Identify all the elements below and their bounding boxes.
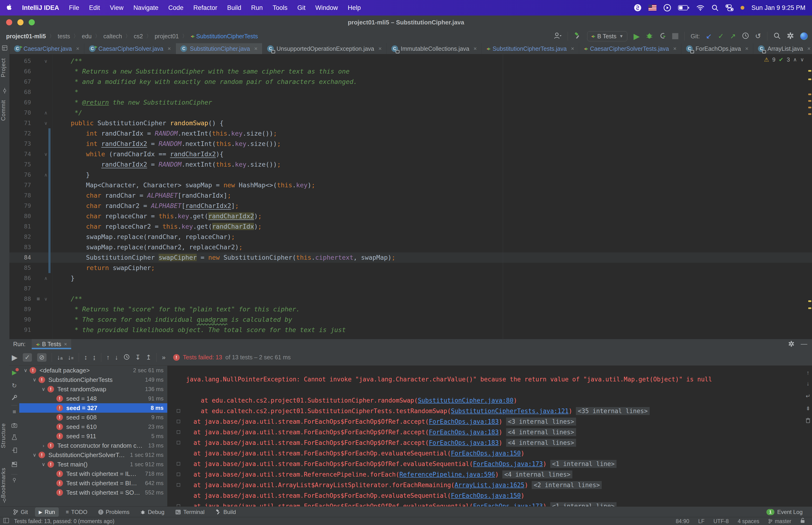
apple-menu-icon[interactable] <box>6 4 12 12</box>
internal-lines-fold[interactable]: <3 internal lines> <box>506 418 576 425</box>
shazam-icon[interactable] <box>634 4 641 12</box>
stack-trace-link[interactable]: ForEachOps.java:183 <box>429 439 499 446</box>
wifi-icon[interactable] <box>696 5 704 11</box>
run-with-coverage-button[interactable] <box>659 32 666 40</box>
expand-all-icon[interactable]: ↕ <box>84 354 88 361</box>
toolwindow-run[interactable]: ▶ Run <box>35 507 59 517</box>
test-tree-row[interactable]: !seed = 3278 ms <box>19 403 167 412</box>
fold-marker-icon[interactable]: ∨ <box>42 149 49 159</box>
stack-trace-link[interactable]: ForEachOps.java:183 <box>429 429 499 436</box>
spotlight-search-icon[interactable] <box>711 4 719 11</box>
git-commit-button[interactable]: ✓ <box>718 33 724 40</box>
toolwindow-debug[interactable]: Debug <box>137 507 168 517</box>
show-passed-toggle[interactable]: ✓ <box>23 353 32 362</box>
menu-help[interactable]: Help <box>348 4 361 12</box>
test-tree-row[interactable]: !seed = 9115 ms <box>19 432 167 441</box>
internal-lines-fold[interactable]: <4 internal lines> <box>506 439 576 447</box>
run-button[interactable]: ▶ <box>633 32 640 40</box>
tree-expand-icon[interactable]: ∨ <box>31 452 39 458</box>
sidebar-item-structure[interactable]: Structure <box>0 419 10 452</box>
console-fold-icon[interactable] <box>177 420 180 423</box>
git-branch-widget[interactable]: master <box>768 518 791 525</box>
code-with-me-icon[interactable] <box>554 32 562 41</box>
project-tool-icon[interactable] <box>2 45 7 52</box>
line-number[interactable]: 76 <box>10 170 34 180</box>
line-number[interactable]: 79 <box>10 201 34 211</box>
line-number[interactable]: 87 <box>10 283 34 294</box>
test-tree-row[interactable]: ∨!Test randomSwap136 ms <box>19 385 167 394</box>
error-stripe-mark[interactable] <box>808 107 811 108</box>
search-everywhere-icon[interactable] <box>773 32 781 40</box>
tree-expand-icon[interactable]: ∨ <box>40 462 47 467</box>
sidebar-item-bookmarks[interactable]: Bookmarks <box>0 464 10 501</box>
toolbar-overflow-icon[interactable]: » <box>162 354 166 361</box>
stop-button[interactable] <box>672 33 678 39</box>
rerun-tests-icon[interactable]: ▶ <box>12 354 18 361</box>
internal-lines-fold[interactable]: <1 internal line> <box>550 502 616 507</box>
down-the-stack-trace-icon[interactable]: ↓ <box>804 380 812 387</box>
stack-trace-link[interactable]: ForEachOps.java:173 <box>473 503 543 507</box>
test-tree-row[interactable]: !Test with ciphertext = SOWFBR552 ms <box>19 488 167 497</box>
line-separator[interactable]: LF <box>698 518 705 525</box>
test-tree-row[interactable]: ∨!<default package>2 sec 61 ms <box>19 366 167 375</box>
line-number[interactable]: 88 <box>10 294 34 304</box>
internal-lines-fold[interactable]: <1 internal line> <box>550 460 616 468</box>
test-tree-row[interactable]: ∨!SubstitutionCipherTests149 ms <box>19 375 167 385</box>
error-stripe-mark[interactable] <box>808 113 811 115</box>
test-history-icon[interactable] <box>123 354 130 361</box>
rerun-icon[interactable]: ↻ <box>10 382 19 389</box>
keyboard-layout-flag-icon[interactable] <box>648 5 657 11</box>
stack-trace-link[interactable]: ForEachOps.java:150 <box>451 450 521 457</box>
status-message[interactable]: Tests failed: 13, passed: 0 (moments ago… <box>14 518 114 525</box>
internal-lines-fold[interactable]: <35 internal lines> <box>576 407 649 415</box>
line-number[interactable]: 68 <box>10 87 34 97</box>
menubar-clock[interactable]: Sun Jan 9 9:25 PM <box>751 4 806 12</box>
export-test-results-icon[interactable]: ↥ <box>146 354 151 361</box>
breadcrumb-item[interactable]: cs2 <box>134 33 143 40</box>
fold-marker-icon[interactable]: ∧ <box>42 170 49 180</box>
sidebar-item-commit[interactable]: Commit <box>0 96 10 124</box>
breadcrumb-item[interactable]: edu <box>82 33 92 40</box>
close-tab-icon[interactable]: × <box>473 45 477 52</box>
import-test-results-icon[interactable]: ↧ <box>135 354 140 361</box>
editor-tab[interactable]: ◂▸CaesarCipherSolverTests.java× <box>579 43 681 54</box>
rerun-failed-tests-icon[interactable]: ▶ <box>10 369 19 376</box>
inspections-widget[interactable]: ⚠ 9 ✔ 3 ∧ ∨ <box>764 56 804 63</box>
test-tree-row[interactable]: !Test with ciphertext = ILBNUPQ718 ms <box>19 469 167 479</box>
menu-navigate[interactable]: Navigate <box>134 4 158 12</box>
colorful-sphere-icon[interactable] <box>800 32 808 40</box>
line-number[interactable]: 74 <box>10 149 34 159</box>
git-history-icon[interactable] <box>742 32 749 40</box>
console-fold-icon[interactable] <box>177 409 180 412</box>
line-number[interactable]: 66 <box>10 66 34 77</box>
now-playing-icon[interactable] <box>663 4 671 12</box>
line-number[interactable]: 89 <box>10 304 34 314</box>
code-editor[interactable]: 65∨ /**66 * Returns a new SubstitutionCi… <box>10 54 812 339</box>
console-fold-icon[interactable] <box>177 462 180 466</box>
gutter-icon[interactable]: ≡ <box>34 294 42 304</box>
error-stripe-mark[interactable] <box>808 70 811 72</box>
toolwindow-switcher-icon[interactable] <box>3 518 9 525</box>
line-number[interactable]: 67 <box>10 77 34 87</box>
breadcrumb-item[interactable]: tests <box>58 33 70 40</box>
close-tab-icon[interactable]: × <box>379 45 382 52</box>
error-stripe-mark[interactable] <box>808 300 811 302</box>
editor-tab[interactable]: ◂▸SubstitutionCipherTests.java× <box>482 43 579 54</box>
stack-trace-link[interactable]: SubstitutionCipher.java:80 <box>418 397 514 404</box>
error-stripe-mark[interactable] <box>808 93 811 95</box>
close-tab-icon[interactable]: × <box>745 45 748 52</box>
menu-view[interactable]: View <box>110 4 124 12</box>
line-number[interactable]: 65 <box>10 56 34 66</box>
line-number[interactable]: 81 <box>10 221 34 232</box>
tree-expand-icon[interactable]: ∨ <box>21 368 30 373</box>
internal-lines-fold[interactable]: <2 internal lines> <box>532 481 602 489</box>
test-tree-row[interactable]: !seed = 61023 ms <box>19 422 167 432</box>
settings-gear-icon[interactable] <box>787 32 794 41</box>
run-panel-tab[interactable]: ◂▸ B Tests × <box>32 339 71 349</box>
stack-trace-link[interactable]: ForEachOps.java:173 <box>473 460 543 467</box>
line-number[interactable]: 91 <box>10 325 34 335</box>
menu-code[interactable]: Code <box>168 4 184 12</box>
next-problem-icon[interactable]: ∨ <box>800 57 804 63</box>
tree-expand-icon[interactable]: ∨ <box>40 386 47 392</box>
close-tab-icon[interactable]: × <box>673 45 676 52</box>
